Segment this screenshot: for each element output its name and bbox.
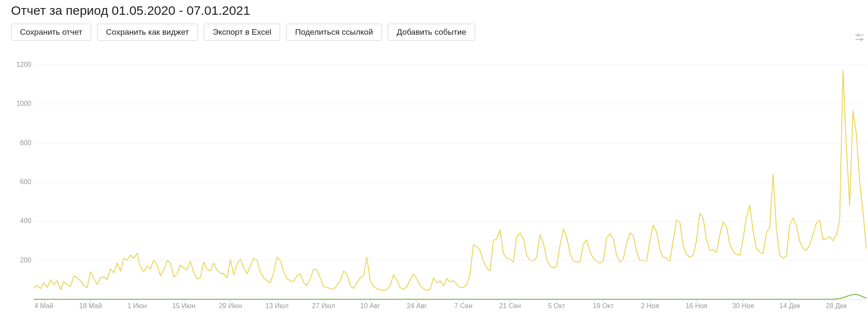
chart-x-label: 4 Май <box>34 302 53 310</box>
add-event-button[interactable]: Добавить событие <box>388 24 475 41</box>
chart-x-label: 5 Окт <box>548 302 565 310</box>
save-widget-button[interactable]: Сохранить как виджет <box>97 24 198 41</box>
chart-gridline <box>34 65 866 65</box>
chart-y-label: 800 <box>11 139 31 147</box>
chart-x-label: 1 Июн <box>128 302 147 310</box>
chart-gridline <box>34 182 866 182</box>
chart-plot[interactable]: 20040060080010001200 <box>34 55 866 300</box>
chart-x-label: 29 Июн <box>219 302 242 310</box>
chart-x-label: 21 Сен <box>499 302 521 310</box>
chart-y-label: 1000 <box>11 100 31 108</box>
chart-gridline <box>34 221 866 221</box>
svg-point-3 <box>860 39 862 40</box>
chart-gridline <box>34 104 866 104</box>
chart-x-axis: 4 Май18 Май1 Июн15 Июн29 Июн13 Июл27 Июл… <box>34 300 866 312</box>
chart-x-label: 28 Дек <box>826 302 847 310</box>
chart-y-label: 600 <box>11 178 31 186</box>
chart-x-label: 14 Дек <box>779 302 800 310</box>
chart-x-label: 2 Ноя <box>641 302 659 310</box>
chart-x-label: 30 Ноя <box>732 302 754 310</box>
chart-x-label: 19 Окт <box>593 302 614 310</box>
chart-x-label: 24 Авг <box>407 302 427 310</box>
report-toolbar: Сохранить отчет Сохранить как виджет Экс… <box>11 24 857 41</box>
chart-y-label: 1200 <box>11 61 31 69</box>
settings-icon[interactable] <box>854 32 865 42</box>
export-excel-button[interactable]: Экспорт в Excel <box>204 24 281 41</box>
svg-point-1 <box>857 34 859 36</box>
share-link-button[interactable]: Поделиться ссылкой <box>286 24 382 41</box>
chart-x-label: 15 Июн <box>172 302 195 310</box>
chart-x-label: 10 Авг <box>360 302 380 310</box>
page-title: Отчет за период 01.05.2020 - 07.01.2021 <box>11 3 857 18</box>
chart-gridline <box>34 143 866 143</box>
chart-y-label: 400 <box>11 217 31 225</box>
chart-x-label: 27 Июл <box>312 302 335 310</box>
save-report-button[interactable]: Сохранить отчет <box>11 24 91 41</box>
chart-gridline <box>34 260 866 261</box>
chart-x-label: 16 Ноя <box>686 302 707 310</box>
chart-y-label: 200 <box>11 257 31 264</box>
chart-x-label: 13 Июл <box>265 302 289 310</box>
chart-x-label: 7 Сен <box>454 302 473 310</box>
chart: 20040060080010001200 4 Май18 Май1 Июн15 … <box>11 55 866 312</box>
chart-x-label: 18 Май <box>79 302 102 310</box>
